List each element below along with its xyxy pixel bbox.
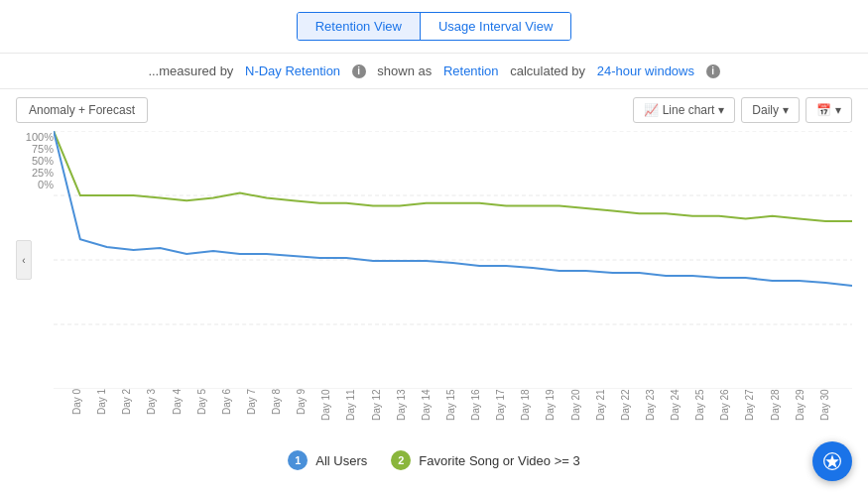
series1-line (54, 131, 852, 286)
chart-legend: 1 All Users 2 Favorite Song or Video >= … (0, 438, 868, 478)
legend-item-2: 2 Favorite Song or Video >= 3 (391, 450, 579, 470)
x-label-day22: Day 22 (618, 389, 643, 438)
y-label-100: 100% (26, 131, 54, 143)
x-label-day17: Day 17 (493, 389, 518, 438)
chart-container: Anomaly + Forecast 📈 Line chart ▾ Daily … (0, 89, 868, 438)
x-label-day18: Day 18 (518, 389, 543, 438)
measured-bar: ...measured by N-Day Retention i shown a… (0, 54, 868, 89)
measured-by-link[interactable]: N-Day Retention (245, 63, 340, 78)
legend-label-1: All Users (315, 453, 367, 468)
view-toggle-group: Retention View Usage Interval View (297, 12, 572, 41)
interval-chevron: ▾ (783, 103, 789, 117)
legend-dot-2: 2 (391, 450, 411, 470)
x-label-day28: Day 28 (768, 389, 793, 438)
y-label-50: 50% (32, 155, 54, 167)
chart-type-chevron: ▾ (718, 103, 724, 117)
x-label-day15: Day 15 (443, 389, 468, 438)
series2-line (54, 131, 852, 221)
x-label-day19: Day 19 (543, 389, 567, 438)
y-label-75: 75% (32, 143, 54, 155)
usage-interval-view-button[interactable]: Usage Interval View (421, 13, 570, 40)
x-label-day27: Day 27 (742, 389, 767, 438)
legend-dot-1: 1 (288, 450, 308, 470)
y-label-25: 25% (32, 167, 54, 179)
legend-label-2: Favorite Song or Video >= 3 (419, 453, 579, 468)
scroll-left-arrow[interactable]: ‹ (16, 240, 32, 280)
x-label-day13: Day 13 (394, 389, 419, 438)
interval-dropdown[interactable]: Daily ▾ (741, 97, 800, 123)
y-axis: 100% 75% 50% 25% 0% (16, 131, 54, 190)
shown-as-prefix: shown as (377, 63, 432, 78)
x-label-day10: Day 10 (318, 389, 343, 438)
shown-as-link[interactable]: Retention (443, 63, 499, 78)
x-label-day24: Day 24 (668, 389, 692, 438)
view-toggle-bar: Retention View Usage Interval View (0, 0, 868, 54)
calculated-by-info-icon[interactable]: i (706, 64, 720, 78)
measured-by-prefix: ...measured by (148, 63, 233, 78)
x-label-day8: Day 8 (269, 389, 294, 438)
measured-by-info-icon[interactable]: i (352, 64, 366, 78)
interval-label: Daily (752, 103, 779, 117)
x-label-day6: Day 6 (219, 389, 244, 438)
x-label-day16: Day 16 (468, 389, 493, 438)
x-axis-labels: Day 0 Day 1 Day 2 Day 3 Day 4 Day 5 Day … (69, 389, 842, 438)
x-label-day11: Day 11 (343, 389, 368, 438)
chart-type-label: Line chart (663, 103, 715, 117)
x-label-day12: Day 12 (369, 389, 394, 438)
x-label-day30: Day 30 (817, 389, 842, 438)
toolbar-right: 📈 Line chart ▾ Daily ▾ 📅 ▾ (633, 97, 852, 123)
x-label-day0: Day 0 (69, 389, 94, 438)
calendar-chevron: ▾ (835, 103, 841, 117)
retention-view-button[interactable]: Retention View (298, 13, 421, 40)
x-label-day2: Day 2 (119, 389, 144, 438)
x-label-day26: Day 26 (717, 389, 742, 438)
chart-svg (54, 131, 852, 389)
y-label-0: 0% (38, 179, 54, 190)
x-label-day21: Day 21 (593, 389, 618, 438)
x-label-day20: Day 20 (568, 389, 593, 438)
calculated-by-link[interactable]: 24-hour windows (597, 63, 694, 78)
chart-type-icon: 📈 (644, 103, 659, 117)
x-label-day7: Day 7 (244, 389, 269, 438)
x-label-day14: Day 14 (419, 389, 443, 438)
x-label-day9: Day 9 (294, 389, 318, 438)
x-label-day1: Day 1 (94, 389, 119, 438)
x-label-day5: Day 5 (194, 389, 219, 438)
calendar-dropdown[interactable]: 📅 ▾ (806, 97, 852, 123)
chart-toolbar: Anomaly + Forecast 📈 Line chart ▾ Daily … (16, 97, 852, 123)
chart-type-dropdown[interactable]: 📈 Line chart ▾ (633, 97, 736, 123)
fab-button[interactable] (812, 441, 852, 481)
anomaly-forecast-button[interactable]: Anomaly + Forecast (16, 97, 148, 123)
calculated-by-prefix: calculated by (510, 63, 585, 78)
calendar-icon: 📅 (816, 103, 831, 117)
x-label-day4: Day 4 (170, 389, 194, 438)
x-label-day23: Day 23 (643, 389, 668, 438)
legend-item-1: 1 All Users (288, 450, 367, 470)
x-label-day3: Day 3 (144, 389, 169, 438)
fab-icon (822, 451, 842, 471)
x-label-day29: Day 29 (793, 389, 817, 438)
x-label-day25: Day 25 (692, 389, 717, 438)
